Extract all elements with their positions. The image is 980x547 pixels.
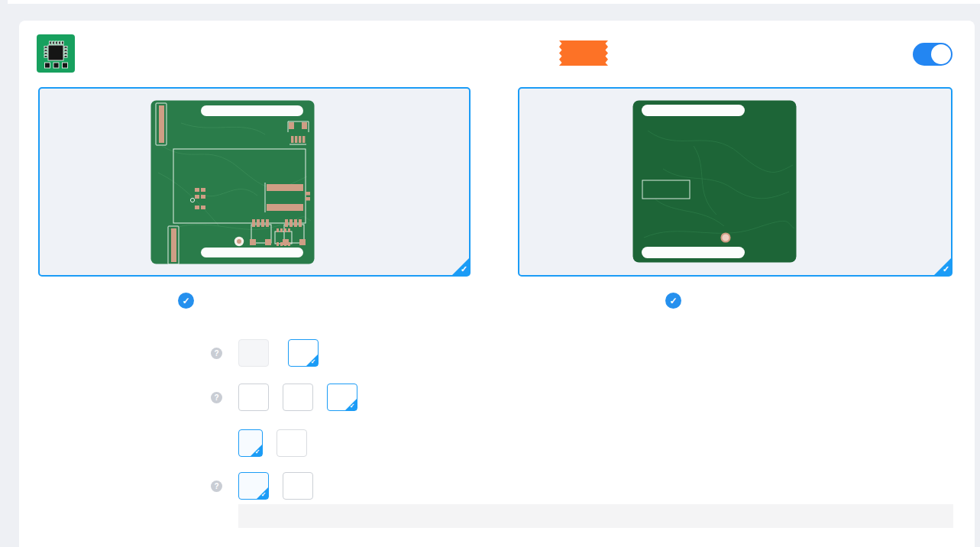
pcb-assembly-card: ✓ ✓ ? ? ? ? [19,21,975,547]
board-size-note [238,504,953,528]
top-side-preview-box[interactable] [38,87,471,277]
toggle-knob [931,44,951,64]
both-sides-button[interactable] [327,384,357,411]
top-side-button[interactable] [238,384,269,411]
bottom-side-preview-box[interactable] [518,87,953,277]
pcb-bottom-side-image [632,100,797,263]
qty-5-button[interactable] [238,429,263,457]
row-pcba-qty: ? [38,429,321,457]
help-icon[interactable]: ? [211,392,222,403]
custom-qty-button[interactable] [277,429,307,457]
pcb-top-side-image [150,100,315,264]
assembly-toggle[interactable] [913,43,953,66]
bottom-side-button[interactable] [283,384,313,411]
row-assembly-side: ? [38,384,371,411]
coupon-icon [556,40,611,66]
pcb-assembly-chip-icon [37,34,75,73]
assemble-top-side-row: ✓ [178,293,204,309]
assemble-top-check-icon[interactable]: ✓ [178,293,194,309]
added-by-customer-button[interactable] [283,472,313,500]
economic-button[interactable] [238,339,269,367]
previous-card-edge [8,0,980,4]
row-pcba-type: ? [38,339,339,367]
pcb-assembly-page: { "colors": { "accent_blue": "#1b9cf6", … [0,0,980,547]
added-by-jlcpcb-button[interactable] [238,472,269,500]
help-icon[interactable]: ? [211,348,222,359]
assemble-bottom-check-icon[interactable]: ✓ [665,293,681,309]
row-edge-rails: ? [38,472,327,500]
help-icon[interactable]: ? [211,481,222,492]
standard-button[interactable] [288,339,319,367]
assemble-bottom-side-row: ✓ [665,293,691,309]
